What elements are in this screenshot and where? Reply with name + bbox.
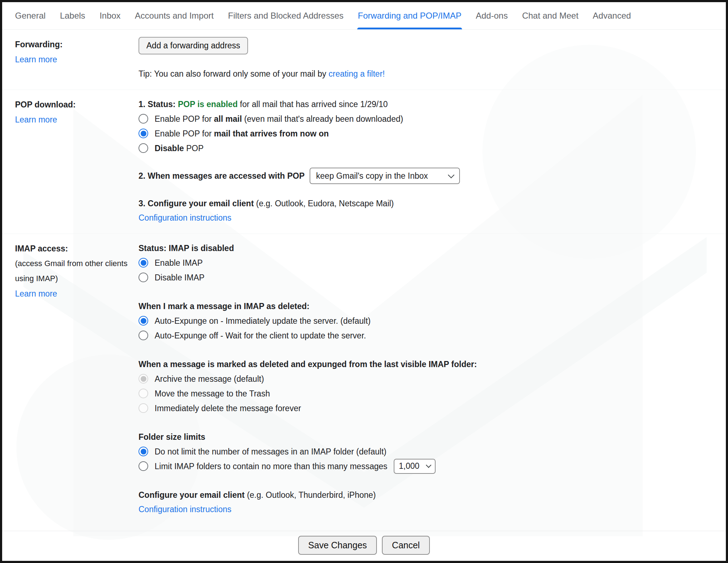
settings-content: Forwarding: Learn more Add a forwarding … <box>2 30 726 531</box>
radio-disabled-icon <box>139 403 148 413</box>
chevron-down-icon <box>448 172 454 178</box>
tab-chat-and-meet[interactable]: Chat and Meet <box>522 2 578 29</box>
imap-access-sublabel: (access Gmail from other clients using I… <box>15 256 139 286</box>
radio-disabled-checked-icon <box>139 374 148 384</box>
tab-labels[interactable]: Labels <box>60 2 85 29</box>
radio-unchecked-icon <box>139 143 148 153</box>
pop-access-select[interactable]: keep Gmail's copy in the Inbox <box>310 168 460 184</box>
forwarding-section: Forwarding: Learn more Add a forwarding … <box>2 30 726 90</box>
radio-unchecked-icon <box>139 114 148 124</box>
pop-status-enabled-text: POP is enabled <box>178 100 238 109</box>
cancel-button[interactable]: Cancel <box>382 536 430 555</box>
forwarding-tip-text: Tip: You can also forward only some of y… <box>139 69 326 78</box>
imap-configure-bold: Configure your email client <box>139 490 245 500</box>
radio-auto-expunge-off[interactable]: Auto-Expunge off - Wait for the client t… <box>139 328 715 343</box>
pop-configuration-instructions-link[interactable]: Configuration instructions <box>139 213 232 222</box>
radio-auto-expunge-on[interactable]: Auto-Expunge on - Immediately update the… <box>139 313 715 328</box>
radio-immediately-delete-forever: Immediately delete the message forever <box>139 401 715 415</box>
imap-configuration-instructions: Configuration instructions <box>139 502 715 516</box>
folder-size-limits-heading: Folder size limits <box>139 430 715 444</box>
radio-checked-icon <box>139 316 148 326</box>
radio-limit-imap-folders[interactable]: Limit IMAP folders to contain no more th… <box>139 459 715 473</box>
chevron-down-icon <box>426 462 432 468</box>
imap-access-label: IMAP access: <box>15 241 139 256</box>
pop-configure-rest: (e.g. Outlook, Eudora, Netscape Mail) <box>256 199 394 208</box>
forwarding-learn-more-link[interactable]: Learn more <box>15 55 57 64</box>
imap-folder-limit-select[interactable]: 1,000 <box>394 459 436 474</box>
radio-enable-imap[interactable]: Enable IMAP <box>139 255 715 270</box>
radio-archive-the-message: Archive the message (default) <box>139 371 715 386</box>
pop-status-line: 1. Status: POP is enabled for all mail t… <box>139 97 715 111</box>
gmail-settings-page: General Labels Inbox Accounts and Import… <box>0 0 728 563</box>
radio-checked-icon <box>139 129 148 138</box>
pop-access-row: 2. When messages are accessed with POP k… <box>139 168 715 184</box>
forwarding-tip: Tip: You can also forward only some of y… <box>139 67 715 81</box>
pop-learn-more-link[interactable]: Learn more <box>15 115 57 124</box>
tab-advanced[interactable]: Advanced <box>593 2 631 29</box>
radio-enable-pop-from-now-on[interactable]: Enable POP for mail that arrives from no… <box>139 126 715 141</box>
radio-unchecked-icon <box>139 331 148 340</box>
pop-configure-bold: 3. Configure your email client <box>139 199 254 208</box>
imap-configure-line: Configure your email client (e.g. Outloo… <box>139 488 715 502</box>
radio-disable-imap[interactable]: Disable IMAP <box>139 270 715 285</box>
radio-checked-icon <box>139 447 148 456</box>
pop-status-number: 1. Status: <box>139 100 176 109</box>
tab-general[interactable]: General <box>15 2 45 29</box>
imap-configure-rest: (e.g. Outlook, Thunderbird, iPhone) <box>247 490 376 500</box>
forwarding-label: Forwarding: <box>15 37 139 52</box>
pop-configuration-instructions: Configuration instructions <box>139 211 715 225</box>
imap-deleted-heading: When a message is marked as deleted and … <box>139 357 715 371</box>
imap-section-label-column: IMAP access: (access Gmail from other cl… <box>15 241 139 516</box>
imap-folder-limit-value: 1,000 <box>399 461 419 471</box>
pop-download-label: POP download: <box>15 97 139 112</box>
pop-section-label-column: POP download: Learn more <box>15 97 139 225</box>
radio-disable-pop[interactable]: Disable POP <box>139 141 715 155</box>
pop-download-section: POP download: Learn more 1. Status: POP … <box>2 90 726 234</box>
radio-checked-icon <box>139 258 148 268</box>
settings-footer: Save Changes Cancel <box>2 531 726 561</box>
save-changes-button[interactable]: Save Changes <box>298 536 377 555</box>
radio-move-message-to-trash: Move the message to the Trash <box>139 386 715 401</box>
radio-unchecked-icon <box>139 273 148 282</box>
forwarding-section-label-column: Forwarding: Learn more <box>15 37 139 81</box>
tab-accounts-and-import[interactable]: Accounts and Import <box>135 2 214 29</box>
pop-access-label: 2. When messages are accessed with POP <box>139 169 305 183</box>
imap-configuration-instructions-link[interactable]: Configuration instructions <box>139 505 232 514</box>
creating-a-filter-link[interactable]: creating a filter! <box>329 69 385 78</box>
tab-forwarding-and-pop-imap[interactable]: Forwarding and POP/IMAP <box>358 2 461 29</box>
pop-configure-line: 3. Configure your email client (e.g. Out… <box>139 196 715 211</box>
imap-status-heading: Status: IMAP is disabled <box>139 241 715 255</box>
settings-tabbar: General Labels Inbox Accounts and Import… <box>2 2 726 30</box>
pop-access-selected-value: keep Gmail's copy in the Inbox <box>316 171 428 181</box>
radio-disabled-icon <box>139 389 148 398</box>
radio-unchecked-icon <box>139 461 148 471</box>
radio-enable-pop-all-mail[interactable]: Enable POP for all mail (even mail that'… <box>139 111 715 126</box>
tab-filters-and-blocked-addresses[interactable]: Filters and Blocked Addresses <box>228 2 344 29</box>
imap-expunge-heading: When I mark a message in IMAP as deleted… <box>139 299 715 313</box>
pop-status-rest: for all mail that has arrived since 1/29… <box>240 100 388 109</box>
imap-access-section: IMAP access: (access Gmail from other cl… <box>2 234 726 525</box>
add-forwarding-address-button[interactable]: Add a forwarding address <box>139 37 248 54</box>
tab-inbox[interactable]: Inbox <box>100 2 121 29</box>
radio-do-not-limit-imap-folder[interactable]: Do not limit the number of messages in a… <box>139 444 715 459</box>
tab-add-ons[interactable]: Add-ons <box>476 2 508 29</box>
imap-learn-more-link[interactable]: Learn more <box>15 289 57 298</box>
